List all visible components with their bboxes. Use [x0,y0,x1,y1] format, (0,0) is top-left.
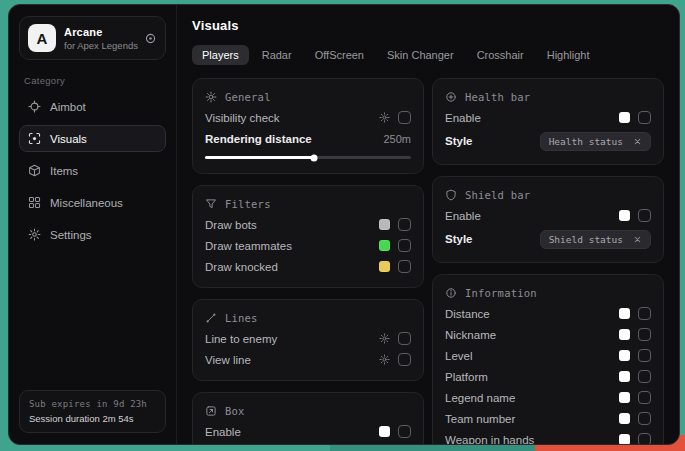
color-swatch[interactable] [619,413,630,424]
sun-icon [205,91,217,103]
color-swatch[interactable] [619,371,630,382]
setting-row-legend-name: Legend name [445,387,651,408]
color-swatch[interactable] [379,261,390,272]
app-title-block: Arcane for Apex Legends [64,26,136,51]
color-swatch[interactable] [619,308,630,319]
card-filters: Filters Draw bots Draw teammates [192,185,424,288]
distance-checkbox[interactable] [638,307,651,320]
legend-name-checkbox[interactable] [638,391,651,404]
color-swatch[interactable] [619,210,630,221]
app-header-card: A Arcane for Apex Legends [19,16,166,60]
card-header: Lines [205,308,411,328]
gear-icon [28,228,41,241]
setting-row-nickname: Nickname [445,324,651,345]
tab-crosshair[interactable]: Crosshair [467,45,534,65]
sidebar-nav: Aimbot Visuals Items Miscellaneous [19,93,166,248]
gear-icon[interactable] [379,112,390,123]
tab-players[interactable]: Players [192,45,249,65]
shield-style-select[interactable]: Shield status [540,230,651,249]
gear-icon[interactable] [379,333,390,344]
draw-bots-checkbox[interactable] [398,218,411,231]
health-enable-checkbox[interactable] [638,111,651,124]
card-shield-bar: Shield bar Enable Style Shield status [432,176,664,263]
setting-label: Enable [445,210,619,222]
setting-row-shield-enable: Enable [445,205,651,226]
left-column: General Visibility check Rendering dista… [192,78,424,444]
setting-label: Platform [445,371,619,383]
tab-skin-changer[interactable]: Skin Changer [377,45,464,65]
weapon-in-hands-checkbox[interactable] [638,433,651,444]
sidebar-item-label: Aimbot [50,101,86,113]
team-number-checkbox[interactable] [638,412,651,425]
rendering-distance-slider[interactable] [205,156,411,159]
nickname-checkbox[interactable] [638,328,651,341]
card-header: General [205,87,411,107]
color-swatch[interactable] [619,112,630,123]
sidebar-item-visuals[interactable]: Visuals [19,125,166,152]
tab-offscreen[interactable]: OffScreen [305,45,374,65]
close-icon[interactable] [633,235,642,244]
card-header: Health bar [445,87,651,107]
draw-teammates-checkbox[interactable] [398,239,411,252]
setting-row-level: Level [445,345,651,366]
setting-row-distance: Distance [445,303,651,324]
sidebar-item-miscellaneous[interactable]: Miscellaneous [19,189,166,216]
color-swatch[interactable] [619,434,630,444]
card-header: Information [445,283,651,303]
setting-row-box-enable: Enable [205,421,411,442]
shield-icon [445,189,457,201]
setting-row-weapon-in-hands: Weapon in hands [445,429,651,444]
health-style-select[interactable]: Health status [540,132,651,151]
color-swatch[interactable] [619,329,630,340]
box-enable-checkbox[interactable] [398,425,411,438]
session-duration-text: Session duration 2m 54s [29,413,156,424]
tab-highlight[interactable]: Highlight [537,45,600,65]
sub-expires-text: Sub expires in 9d 23h [29,399,156,409]
app-window: A Arcane for Apex Legends Category Aimbo… [8,4,680,445]
level-checkbox[interactable] [638,349,651,362]
setting-label: Distance [445,308,619,320]
shield-enable-checkbox[interactable] [638,209,651,222]
setting-row-rendering-distance: Rendering distance 250m [205,128,411,149]
card-lines: Lines Line to enemy View line [192,299,424,381]
setting-row-draw-knocked: Draw knocked [205,256,411,277]
sidebar-item-label: Miscellaneous [50,197,123,209]
setting-label: Legend name [445,392,619,404]
card-health-bar: Health bar Enable Style Health status [432,78,664,165]
close-icon[interactable] [633,137,642,146]
eye-scan-icon [28,132,41,145]
setting-row-view-line: View line [205,349,411,370]
color-swatch[interactable] [379,426,390,437]
line-to-enemy-checkbox[interactable] [398,332,411,345]
slider-fill [205,156,314,159]
setting-label: Team number [445,413,619,425]
package-icon [28,164,41,177]
subscription-info-card: Sub expires in 9d 23h Session duration 2… [19,390,166,433]
health-icon [445,91,457,103]
draw-knocked-checkbox[interactable] [398,260,411,273]
tab-radar[interactable]: Radar [252,45,302,65]
color-swatch[interactable] [379,219,390,230]
info-icon [445,287,457,299]
setting-row-draw-bots: Draw bots [205,214,411,235]
setting-row-line-to-enemy: Line to enemy [205,328,411,349]
visibility-check-checkbox[interactable] [398,111,411,124]
slider-thumb[interactable] [311,154,318,161]
crosshair-icon [28,100,41,113]
setting-label: Line to enemy [205,333,379,345]
sidebar-item-items[interactable]: Items [19,157,166,184]
target-icon[interactable] [144,32,157,45]
view-line-checkbox[interactable] [398,353,411,366]
setting-label: Weapon in hands [445,434,619,445]
color-swatch[interactable] [619,392,630,403]
sidebar-item-aimbot[interactable]: Aimbot [19,93,166,120]
setting-row-visibility-check: Visibility check [205,107,411,128]
sidebar-item-settings[interactable]: Settings [19,221,166,248]
gear-icon[interactable] [379,354,390,365]
setting-label: Style [445,233,540,245]
platform-checkbox[interactable] [638,370,651,383]
color-swatch[interactable] [619,350,630,361]
sidebar-item-label: Settings [50,229,92,241]
card-title: Shield bar [465,189,530,201]
color-swatch[interactable] [379,240,390,251]
